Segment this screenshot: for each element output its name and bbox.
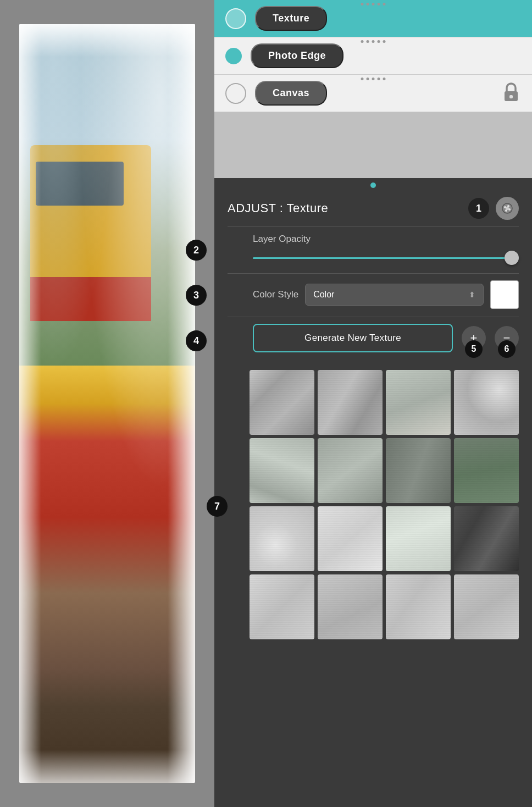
adjust-title: ADJUST : Texture: [228, 201, 462, 215]
tab-circle-texture: [225, 8, 246, 29]
adjust-indicator: [214, 178, 532, 191]
tab-circle-photo-edge: [225, 48, 242, 64]
photo-edge-left: [19, 24, 41, 783]
texture-item-16[interactable]: [454, 574, 519, 639]
texture-item-1[interactable]: [250, 370, 314, 435]
opacity-slider-track[interactable]: [253, 257, 519, 259]
dot: [361, 3, 364, 5]
plus-button-container: + 5: [462, 326, 486, 350]
texture-grid: [236, 364, 532, 648]
texture-item-10[interactable]: [318, 506, 383, 571]
palette-icon: [501, 202, 514, 215]
texture-item-2[interactable]: [318, 370, 383, 435]
dot: [383, 40, 386, 43]
texture-item-4[interactable]: [454, 370, 519, 435]
color-style-label: Color Style: [253, 289, 298, 300]
dot: [383, 78, 386, 80]
opacity-slider-thumb[interactable]: [505, 251, 519, 265]
texture-tab-button[interactable]: Texture: [255, 6, 327, 31]
texture-item-14[interactable]: [318, 574, 383, 639]
generate-badge: 4: [186, 330, 207, 351]
texture-item-8[interactable]: [454, 438, 519, 503]
tab-photo-edge[interactable]: Photo Edge: [214, 37, 532, 75]
layer-opacity-section: 2 Layer Opacity: [214, 227, 532, 273]
spacer-area: [214, 112, 532, 178]
adjust-badge-1: 1: [468, 198, 489, 219]
texture-item-15[interactable]: [386, 574, 451, 639]
dot: [367, 78, 369, 80]
generate-section: 4 Generate New Texture + 5 − 6: [214, 317, 532, 364]
tab-circle-canvas: [225, 83, 246, 104]
texture-item-9[interactable]: [250, 506, 314, 571]
dot: [372, 3, 375, 5]
dot: [383, 3, 386, 5]
tab-dots-canvas: [361, 75, 386, 80]
opacity-badge: 2: [186, 240, 207, 261]
dot: [361, 78, 364, 80]
color-style-section: 3 Color Style Color ⬍: [214, 274, 532, 317]
dot: [378, 78, 380, 80]
opacity-slider-container[interactable]: [253, 250, 519, 266]
color-style-value: Color: [313, 290, 334, 300]
palette-icon-button[interactable]: [496, 197, 519, 220]
dot: [361, 40, 364, 43]
grid-badge: 7: [207, 496, 228, 517]
photo-edge-right: [168, 24, 195, 783]
photo-edge-tab-button[interactable]: Photo Edge: [251, 43, 343, 68]
tab-dots-texture: [361, 0, 386, 5]
texture-item-12[interactable]: [454, 506, 519, 571]
chevron-down-icon: ⬍: [469, 290, 475, 299]
dot: [367, 3, 369, 5]
lock-icon: [501, 81, 521, 103]
svg-point-7: [506, 207, 509, 210]
dot: [372, 78, 375, 80]
opacity-label: Layer Opacity: [253, 234, 519, 245]
texture-item-3[interactable]: [386, 370, 451, 435]
canvas-tab-button[interactable]: Canvas: [255, 81, 327, 106]
minus-badge: 6: [498, 340, 516, 358]
color-style-badge: 3: [186, 285, 207, 306]
layer-tabs: Texture Photo Edge Canva: [214, 0, 532, 112]
svg-rect-1: [509, 95, 513, 98]
dot: [378, 40, 380, 43]
photo-preview-panel: [0, 0, 214, 807]
texture-grid-section: 7: [214, 364, 532, 648]
tab-canvas[interactable]: Canvas: [214, 75, 532, 112]
tab-texture[interactable]: Texture: [214, 0, 532, 37]
adjust-panel: ADJUST : Texture 1 2 Layer Opacity: [214, 178, 532, 807]
dot: [367, 40, 369, 43]
tab-dots-photo-edge: [361, 37, 386, 43]
adjust-dot: [370, 183, 376, 188]
texture-item-11[interactable]: [386, 506, 451, 571]
photo-container: [19, 24, 195, 783]
plus-badge: 5: [465, 340, 483, 358]
texture-item-5[interactable]: [250, 438, 314, 503]
right-panel: Texture Photo Edge Canva: [214, 0, 532, 807]
adjust-header: ADJUST : Texture 1: [214, 191, 532, 226]
texture-item-6[interactable]: [318, 438, 383, 503]
texture-item-7[interactable]: [386, 438, 451, 503]
texture-item-13[interactable]: [250, 574, 314, 639]
color-swatch[interactable]: [490, 280, 519, 309]
minus-button-container: − 6: [495, 326, 519, 350]
dot: [378, 3, 380, 5]
color-style-select[interactable]: Color ⬍: [305, 284, 484, 306]
dot: [372, 40, 375, 43]
generate-texture-button[interactable]: Generate New Texture: [253, 324, 453, 352]
lock-icon-container: [501, 81, 521, 106]
